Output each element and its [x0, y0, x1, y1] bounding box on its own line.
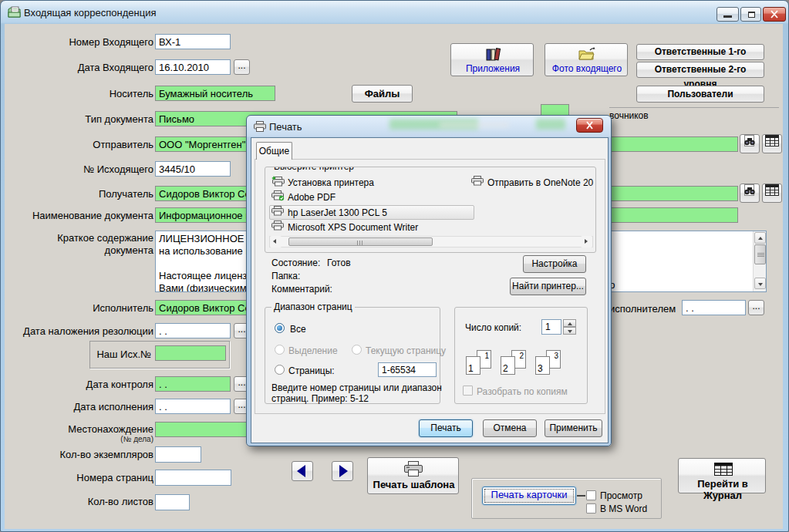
scroll-right-button[interactable]: [581, 236, 592, 247]
responsible-level2-button[interactable]: Ответственные 2-го уровня: [636, 62, 764, 78]
close-icon: [577, 119, 602, 132]
range-selection-radio[interactable]: [275, 345, 285, 355]
scroll-up-button[interactable]: [754, 232, 766, 244]
scroll-left-button[interactable]: [270, 236, 282, 247]
arrow-down-icon: [758, 283, 763, 286]
printer-item-xps-writer[interactable]: Microsoft XPS Document Writer: [288, 222, 418, 233]
grip-icon: [357, 241, 364, 245]
copies-count-input[interactable]: 1: [541, 319, 561, 335]
close-icon: [764, 8, 785, 21]
scroll-thumb[interactable]: [288, 237, 433, 246]
arrow-up-icon: [758, 237, 763, 240]
preferences-button[interactable]: Настройка: [523, 255, 586, 273]
next-record-button[interactable]: [332, 461, 353, 481]
users-button[interactable]: Пользователи: [636, 86, 764, 103]
carrier-field[interactable]: Бумажный носитель: [155, 86, 275, 101]
incoming-date-label: Дата Входящего: [11, 62, 153, 73]
print-template-label: Печать шаблона: [368, 479, 460, 490]
pages-field[interactable]: [155, 470, 231, 486]
copies-field[interactable]: [155, 446, 201, 463]
executor-date-picker-button[interactable]: ...: [748, 300, 764, 315]
collate-checkbox[interactable]: [463, 386, 473, 396]
printer-item-adobe-pdf[interactable]: Adobe PDF: [288, 192, 335, 203]
print-card-button[interactable]: Печать карточки: [482, 487, 576, 505]
incoming-date-picker-button[interactable]: ...: [234, 59, 250, 75]
printer-icon: [271, 221, 285, 234]
binoculars-icon: [743, 184, 757, 197]
add-printer-icon: [271, 176, 285, 190]
scroll-thumb[interactable]: [754, 244, 766, 264]
maximize-button[interactable]: [740, 7, 761, 22]
collate-number: 2: [519, 352, 524, 360]
recipient-table-button[interactable]: [762, 184, 782, 203]
dialog-close-button[interactable]: [576, 118, 603, 133]
main-titlebar[interactable]: Входящая корреспонденция: [1, 1, 788, 24]
close-button[interactable]: [763, 7, 786, 22]
attachments-button[interactable]: Приложения: [450, 43, 534, 76]
msword-checkbox[interactable]: [586, 503, 596, 513]
incoming-number-field[interactable]: ВХ-1: [155, 34, 231, 49]
collate-number: 3: [538, 363, 543, 374]
copies-group: Число копий: 1 1 1 2 2 3 3: [454, 307, 588, 404]
summary-scrollbar[interactable]: [753, 231, 766, 291]
table-icon: [765, 184, 779, 196]
range-all-radio[interactable]: [275, 323, 285, 333]
print-button[interactable]: Печать: [419, 419, 473, 437]
select-printer-group-label: Выберите принтер: [271, 167, 356, 172]
range-current-radio[interactable]: [352, 345, 362, 355]
outgoing-number-field[interactable]: 3445/10: [155, 161, 231, 177]
sender-table-button[interactable]: [762, 134, 782, 153]
copies-count-label: Число копий:: [465, 322, 521, 333]
printer-item-onenote[interactable]: Отправить в OneNote 20: [487, 177, 593, 188]
directories-caption-fragment: вочников: [609, 110, 649, 121]
responsible-level1-button[interactable]: Ответственные 1-го уровня: [636, 44, 764, 60]
outgoing-number-label: № Исходящего: [11, 163, 153, 175]
incoming-date-field[interactable]: 16.10.2010: [155, 59, 231, 75]
preview-checkbox[interactable]: [586, 490, 596, 500]
range-pages-radio[interactable]: [275, 365, 285, 375]
files-button[interactable]: Файлы: [352, 85, 413, 103]
executor-label: Исполнитель: [11, 302, 153, 314]
range-pages-input[interactable]: 1-65534: [378, 362, 437, 377]
arrow-right-icon: [585, 239, 588, 244]
tab-general[interactable]: Общие: [256, 142, 292, 160]
sheets-label: Кол-во листов: [11, 496, 153, 507]
folder-label: Папка:: [271, 271, 300, 281]
recipient-search-button[interactable]: [740, 184, 760, 203]
copies-label: Кол-во экземпляров: [11, 449, 153, 460]
incoming-photo-button[interactable]: Фото входящего: [545, 43, 628, 76]
printer-list-scrollbar[interactable]: [269, 236, 593, 247]
stepper-down-button[interactable]: [563, 327, 576, 335]
collate-number: 3: [554, 352, 558, 360]
sender-search-button[interactable]: [740, 134, 760, 153]
previous-record-button[interactable]: [292, 461, 313, 481]
minimize-button[interactable]: [717, 7, 739, 22]
our-number-label: Наш Исх.№: [96, 348, 151, 360]
select-printer-group: Выберите принтер Установка принтера Adob…: [265, 167, 596, 253]
print-template-button[interactable]: Печать шаблона: [367, 457, 459, 494]
scroll-down-button[interactable]: [754, 278, 766, 289]
connector-line: [577, 495, 585, 497]
executor-date-field[interactable]: . .: [682, 300, 746, 315]
summary-label-line2: документа: [11, 244, 153, 256]
folder-icon: [578, 46, 596, 63]
sheets-field[interactable]: [155, 494, 190, 510]
printer-icon: [403, 461, 423, 480]
our-number-field[interactable]: [155, 345, 226, 361]
collate-number: 1: [468, 363, 474, 374]
stepper-up-button[interactable]: [563, 319, 576, 327]
printer-item-add[interactable]: Установка принтера: [288, 177, 374, 188]
status-label: Состояние:: [271, 258, 320, 268]
execution-date-field[interactable]: . .: [155, 399, 231, 414]
find-printer-button[interactable]: Найти принтер...: [510, 278, 586, 295]
print-dialog: Печать Общие Выберите принтер Установка …: [246, 115, 612, 446]
pages-label: Номера страниц: [11, 472, 153, 483]
range-current-label: Текущую страницу: [366, 345, 446, 356]
resolution-date-field[interactable]: . .: [155, 323, 231, 338]
printer-item-hp-laserjet[interactable]: hp LaserJet 1300 PCL 5: [288, 207, 387, 218]
apply-button[interactable]: Применить: [545, 419, 602, 437]
cancel-button[interactable]: Отмена: [483, 419, 537, 437]
doc-title-label: Наименование документа: [11, 210, 153, 221]
goto-journal-button[interactable]: Перейти в Журнал: [678, 458, 766, 493]
control-date-field[interactable]: . .: [155, 376, 231, 392]
